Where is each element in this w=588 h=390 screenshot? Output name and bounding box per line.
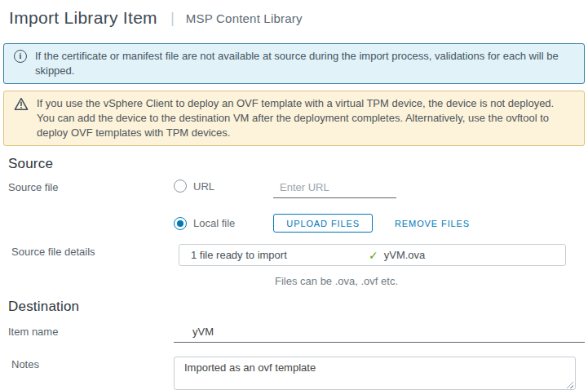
source-file-details-row: Source file details 1 file ready to impo… <box>8 244 588 266</box>
url-radio-group[interactable]: URL <box>174 179 214 193</box>
source-file-details-label: Source file details <box>8 244 174 258</box>
title-separator: | <box>170 9 175 27</box>
breadcrumb-library-name: MSP Content Library <box>186 11 303 25</box>
local-file-radio[interactable] <box>174 217 187 230</box>
notes-textarea[interactable]: Imported as an ovf template <box>174 357 576 390</box>
notes-row: Notes Imported as an ovf template <box>8 357 588 390</box>
local-file-radio-group[interactable]: Local file <box>174 217 235 230</box>
files-ready-text: 1 file ready to import <box>191 249 369 261</box>
file-name: yVM.ova <box>384 249 426 261</box>
notes-label: Notes <box>8 357 174 370</box>
info-banner: i If the certificate or manifest file ar… <box>3 43 585 84</box>
file-status: ✓ yVM.ova <box>369 249 425 262</box>
check-icon: ✓ <box>369 249 378 262</box>
warning-banner: If you use the vSphere Client to deploy … <box>3 91 585 146</box>
local-file-row: Local file UPLOAD FILES REMOVE FILES <box>8 214 588 233</box>
file-types-hint: Files can be .ova, .ovf etc. <box>275 275 588 287</box>
page-header: Import Library Item | MSP Content Librar… <box>0 0 588 28</box>
item-name-label: Item name <box>8 324 174 338</box>
item-name-row: Item name <box>8 324 588 343</box>
info-icon: i <box>14 49 27 78</box>
url-input[interactable] <box>273 179 396 198</box>
info-banner-text: If the certificate or manifest file are … <box>35 49 564 78</box>
remove-files-button[interactable]: REMOVE FILES <box>395 214 470 233</box>
local-file-radio-label: Local file <box>193 217 235 229</box>
notes-field-wrap: Imported as an ovf template <box>174 357 576 390</box>
destination-section-heading: Destination <box>8 299 588 315</box>
source-file-row: Source file URL <box>8 179 588 198</box>
item-name-input[interactable] <box>174 324 585 343</box>
file-details-box: 1 file ready to import ✓ yVM.ova <box>179 244 566 266</box>
url-radio[interactable] <box>174 179 187 193</box>
source-file-label: Source file <box>8 179 174 193</box>
warning-icon <box>14 96 29 140</box>
page-title: Import Library Item <box>9 8 157 28</box>
source-section-heading: Source <box>8 156 588 172</box>
upload-files-button[interactable]: UPLOAD FILES <box>273 214 373 233</box>
url-radio-label: URL <box>193 180 214 193</box>
warning-banner-text: If you use the vSphere Client to deploy … <box>37 96 565 140</box>
